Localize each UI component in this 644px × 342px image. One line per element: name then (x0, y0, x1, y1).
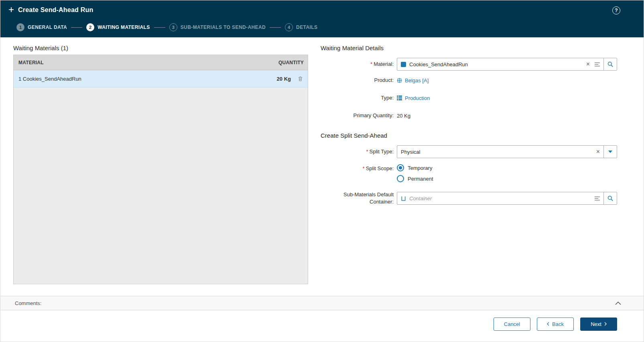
clear-icon[interactable]: × (586, 61, 590, 67)
step-sub-materials[interactable]: 3 SUB-MATERIALS TO SEND-AHEAD (169, 23, 266, 31)
radio-label[interactable]: Temporary (408, 165, 432, 171)
waiting-materials-table: MATERIAL QUANTITY 1 Cookies_SendAheadRun… (13, 55, 308, 284)
back-button[interactable]: Back (537, 318, 574, 331)
split-scope-label: *Split Scope: (321, 164, 397, 172)
default-container-label-line2: Container: (370, 199, 394, 205)
help-icon[interactable]: ? (612, 6, 620, 14)
container-placeholder: Container (409, 195, 432, 202)
table-empty-area (14, 88, 308, 284)
chevron-down-icon (608, 151, 612, 153)
waiting-materials-title: Waiting Materials (1) (13, 45, 308, 51)
material-field-row: *Material: Cookies_SendAheadRun × (321, 58, 617, 71)
material-input-actions: × (586, 61, 600, 67)
primary-quantity-value: 20 Kg (397, 113, 410, 119)
required-asterisk: * (370, 61, 372, 67)
split-type-select[interactable]: Physical × (397, 145, 604, 158)
delete-icon[interactable] (297, 76, 304, 82)
step-general-data[interactable]: 1 GENERAL DATA (16, 23, 67, 31)
list-picker-icon[interactable] (595, 62, 600, 67)
type-link[interactable]: Production (405, 95, 430, 101)
plus-icon: + (8, 5, 14, 14)
split-type-row: *Split Type: Physical × (321, 145, 617, 158)
step-number: 3 (169, 23, 177, 31)
details-panel: Waiting Material Details *Material: Cook… (321, 37, 617, 296)
default-container-label-line1: Sub-Materials Default (343, 191, 394, 197)
step-label: SUB-MATERIALS TO SEND-AHEAD (181, 24, 266, 30)
material-value: Cookies_SendAheadRun (409, 61, 468, 67)
type-link-row: Production (397, 95, 430, 101)
product-link-row: Belgas [A] (397, 77, 429, 83)
next-label: Next (591, 321, 601, 327)
back-label: Back (552, 321, 564, 327)
primary-quantity-control: 20 Kg (397, 113, 617, 119)
container-input[interactable]: Container (397, 192, 604, 205)
comments-section[interactable]: Comments: (0, 296, 644, 310)
material-input-group: Cookies_SendAheadRun × (397, 58, 617, 71)
create-send-ahead-run-window: + Create Send-Ahead Run ? 1 GENERAL DATA… (0, 0, 644, 342)
radio-icon[interactable] (397, 164, 404, 171)
footer-actions: Cancel Back Next (0, 310, 644, 342)
table-row[interactable]: 1 Cookies_SendAheadRun 20 Kg (14, 70, 308, 88)
step-number: 2 (86, 23, 94, 31)
split-type-input-group: Physical × (397, 145, 617, 158)
material-control: Cookies_SendAheadRun × (397, 58, 617, 71)
header: + Create Send-Ahead Run ? 1 GENERAL DATA… (0, 0, 644, 37)
cancel-button[interactable]: Cancel (494, 318, 530, 331)
product-field-row: Product: Belgas [A] (321, 77, 617, 84)
radio-option-permanent[interactable]: Permanent (397, 175, 433, 182)
material-input[interactable]: Cookies_SendAheadRun × (397, 58, 604, 71)
split-type-label-text: Split Type: (370, 149, 394, 155)
split-scope-control: Temporary Permanent (397, 164, 617, 182)
step-connector (154, 27, 165, 28)
cancel-label: Cancel (504, 321, 520, 327)
split-type-actions: × (596, 149, 600, 155)
column-header-quantity[interactable]: QUANTITY (278, 60, 304, 65)
product-label: Product: (321, 77, 397, 84)
split-scope-row: *Split Scope: Temporary Permanent (321, 164, 617, 182)
split-type-control: Physical × (397, 145, 617, 158)
container-search-button[interactable] (603, 192, 617, 205)
page-title: Create Send-Ahead Run (18, 6, 93, 14)
step-number: 4 (285, 23, 293, 31)
split-type-value: Physical (401, 149, 420, 155)
cell-quantity: 20 Kg (277, 76, 291, 82)
step-label: GENERAL DATA (28, 24, 67, 30)
step-details[interactable]: 4 DETAILS (285, 23, 317, 31)
waiting-materials-panel: Waiting Materials (1) MATERIAL QUANTITY … (13, 37, 308, 296)
title-row: + Create Send-Ahead Run ? (0, 0, 644, 20)
split-scope-label-text: Split Scope: (366, 165, 394, 171)
product-link[interactable]: Belgas [A] (405, 77, 429, 83)
material-label-text: Material: (374, 61, 394, 67)
list-picker-icon[interactable] (595, 196, 600, 201)
default-container-control: Container (397, 192, 617, 205)
type-icon (397, 96, 402, 100)
chevron-up-icon[interactable] (615, 301, 621, 305)
required-asterisk: * (363, 165, 365, 171)
clear-icon[interactable]: × (596, 149, 600, 155)
wizard-stepper: 1 GENERAL DATA 2 WAITING MATERIALS 3 SUB… (0, 20, 644, 35)
type-field-row: Type: Production (321, 94, 617, 102)
chevron-left-icon (547, 322, 549, 326)
step-connector (71, 27, 82, 28)
product-control: Belgas [A] (397, 77, 617, 83)
split-type-dropdown-button[interactable] (603, 145, 617, 158)
split-section-title: Create Split Send-Ahead (321, 132, 617, 139)
column-header-material[interactable]: MATERIAL (18, 60, 278, 65)
product-icon (397, 78, 402, 83)
radio-icon[interactable] (397, 175, 404, 182)
step-waiting-materials[interactable]: 2 WAITING MATERIALS (86, 23, 150, 31)
primary-quantity-label: Primary Quantity: (321, 112, 397, 119)
type-control: Production (397, 95, 617, 101)
radio-label[interactable]: Permanent (408, 176, 433, 182)
container-icon (401, 196, 406, 201)
split-type-label: *Split Type: (321, 148, 397, 155)
split-scope-radio-group: Temporary Permanent (397, 164, 433, 182)
next-button[interactable]: Next (580, 318, 617, 331)
default-container-row: Sub-Materials Default Container: Contain… (321, 191, 617, 206)
cell-material: 1 Cookies_SendAheadRun (18, 76, 277, 82)
radio-option-temporary[interactable]: Temporary (397, 164, 433, 171)
step-connector (270, 27, 281, 28)
material-icon (401, 62, 406, 67)
material-search-button[interactable] (603, 58, 617, 71)
comments-label: Comments: (15, 300, 41, 306)
